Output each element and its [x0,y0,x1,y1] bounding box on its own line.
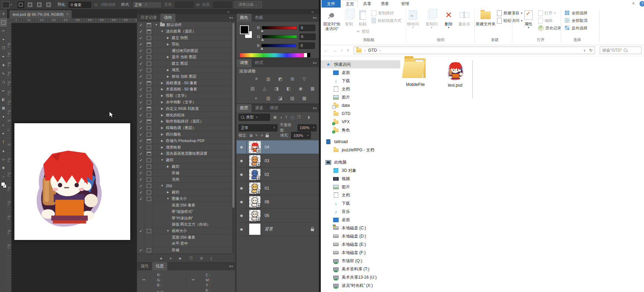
dialog-toggle[interactable] [145,28,153,35]
include-checkmark[interactable]: ✓ [137,86,145,93]
expand-arrow-icon[interactable]: ▶ [166,68,170,72]
dialog-toggle[interactable] [145,73,153,80]
action-detail-row[interactable]: 高度:256 像素 [137,202,232,208]
collapse-ribbon-icon[interactable]: ∧ [632,1,635,5]
stop-icon[interactable]: ■ [160,256,162,260]
include-checkmark[interactable] [137,221,145,228]
layer-row-03[interactable]: ◉03 [236,154,319,168]
swap-dimensions-icon[interactable]: ⇄ [196,2,200,7]
tool-clone-stamp[interactable]: ❍ [0,78,7,87]
include-checkmark[interactable] [137,241,145,247]
breadcrumb-segment[interactable]: GTD [368,48,377,53]
include-checkmark[interactable] [137,215,145,221]
tool-rect-marquee[interactable] [0,18,7,27]
selection-new-button[interactable] [17,1,24,8]
include-checkmark[interactable]: ✓ [137,144,145,151]
dialog-toggle[interactable] [145,241,153,247]
layer-thumbnail[interactable] [249,182,260,194]
adjustment-threshold-icon[interactable]: ◪ [277,95,284,101]
copy-to-button[interactable]: 复制到▾ [424,9,439,29]
sidebar-item-此电脑[interactable]: 此电脑 [321,158,400,166]
dialog-toggle[interactable] [145,54,153,61]
visibility-eye-icon[interactable]: ◉ [236,209,247,222]
include-checkmark[interactable]: ✓ [137,35,145,41]
include-checkmark[interactable]: ✓ [137,247,145,254]
expand-arrow-icon[interactable]: ▼ [166,229,170,232]
layer-name[interactable]: 03 [265,158,269,163]
tool-color-swatches[interactable] [0,181,7,191]
action-row[interactable]: ✓建立 图层 [137,61,232,67]
file-name[interactable]: test.psd [442,83,468,88]
sidebar-item-本地磁盘 (C:)[interactable]: 本地磁盘 (C:) [321,224,400,232]
dialog-toggle[interactable] [145,247,153,254]
action-row[interactable]: ✓▶水中倒影（文字） [137,99,232,106]
tool-healing-brush[interactable]: ✚ [0,61,7,69]
dialog-toggle[interactable] [145,131,153,138]
action-detail-row[interactable]: 水平:居中 [137,241,232,247]
sidebar-item-tallroad[interactable]: tallroad [321,138,400,146]
include-checkmark[interactable]: ✓ [137,151,145,157]
history-button[interactable]: 历史记录 [538,25,561,31]
expand-arrow-icon[interactable]: ▶ [160,114,164,117]
layer-name[interactable]: 02 [265,172,269,177]
new-item-button[interactable]: 新建项目▾ [497,10,522,16]
layer-thumbnail[interactable] [249,210,260,221]
adjustment-exposure-icon[interactable]: ⊞ [289,76,296,82]
sidebar-item-文档[interactable]: 文档 [321,85,400,93]
action-detail-row[interactable]: 宽度:256 像素 [137,234,232,241]
layer-name[interactable]: 04 [265,145,269,150]
up-button[interactable]: ↑ [347,48,349,53]
include-checkmark[interactable]: ✓ [137,157,145,164]
expand-arrow-icon[interactable]: ▶ [160,88,164,91]
include-checkmark[interactable]: ✓ [137,112,145,118]
include-checkmark[interactable]: ✓ [137,99,145,106]
panel-menu-icon[interactable]: ▾≡ [229,265,233,268]
action-row[interactable]: ✓▶投影（文字） [137,93,232,99]
action-row[interactable]: ✓▶自定义 RGB 到灰度 [137,105,232,112]
dialog-toggle[interactable] [145,67,153,74]
layer-row-01[interactable]: ◉01 [236,181,319,195]
dialog-toggle[interactable] [145,80,153,86]
filter-adjustment-layers-icon[interactable]: ◑ [280,115,282,119]
tool-shape[interactable]: ▭ [0,155,7,164]
visibility-eye-icon[interactable]: ◉ [236,154,247,167]
dialog-toggle[interactable] [145,125,153,131]
tab-file[interactable]: 文件 [321,0,341,8]
expand-arrow-icon[interactable]: ▶ [160,101,164,104]
panel-menu-icon[interactable]: ▾≡ [313,61,317,65]
tab-paths[interactable]: 路径 [267,104,282,112]
dialog-toggle[interactable] [145,48,153,54]
edit-button[interactable]: 编辑 [538,17,552,24]
tool-gradient[interactable]: ▩ [0,104,7,112]
include-checkmark[interactable]: ✓ [137,67,145,74]
dialog-toggle[interactable] [145,176,153,183]
visibility-eye-icon[interactable]: ◉ [236,181,247,195]
recent-locations-icon[interactable]: ∨ [341,49,343,52]
tool-preset[interactable]: ▾ [2,1,12,8]
expand-arrow-icon[interactable]: ▶ [160,81,164,85]
adjustment-levels-icon[interactable]: ▥ [265,76,272,82]
new-folder-button[interactable]: 新建文件夹 [476,9,496,26]
dialog-toggle[interactable] [145,208,153,215]
tool-eraser[interactable]: ◧ [0,95,7,104]
selection-add-button[interactable] [27,1,34,8]
sidebar-item-图片[interactable]: 图片 [321,183,400,191]
sidebar-item-3D 对象[interactable]: 3D 对象 [321,166,400,175]
lock-pixels-icon[interactable]: ✎ [255,134,258,137]
expand-arrow-icon[interactable]: ▼ [160,158,164,162]
selection-subtract-button[interactable] [36,1,43,8]
dialog-toggle[interactable] [145,144,153,151]
tab-history[interactable]: 历史记录 [137,14,160,22]
dialog-toggle[interactable] [145,221,153,228]
include-checkmark[interactable]: ✓ [137,41,145,48]
height-input[interactable] [213,2,232,8]
lock-position-icon[interactable]: ✛ [260,134,263,137]
sidebar-item-市场部 (Q:)[interactable]: 市场部 (Q:) [321,257,400,265]
dialog-toggle[interactable] [145,138,153,144]
select-none-button[interactable]: 全部取消 [565,17,587,24]
dialog-toggle[interactable] [145,118,153,125]
easy-access-button[interactable]: 轻松访问▾ [497,17,522,24]
action-row[interactable]: ✓▶混合器画笔克隆绘图设置 [137,151,232,157]
tool-crop[interactable]: ❐ [0,44,7,52]
expand-arrow-icon[interactable]: ▼ [160,184,164,187]
